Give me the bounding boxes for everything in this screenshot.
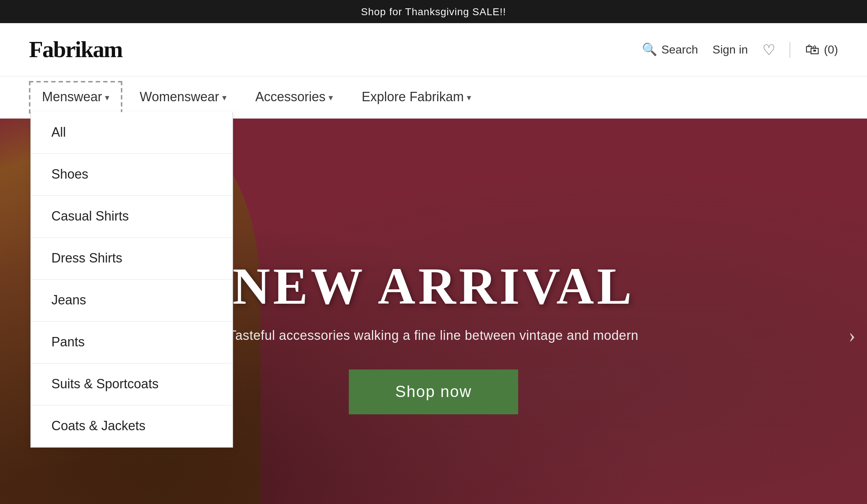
announcement-bar: Shop for Thanksgiving SALE!! xyxy=(0,0,867,23)
header-actions: 🔍 Search Sign in ♡ 🛍 (0) xyxy=(642,41,838,58)
signin-button[interactable]: Sign in xyxy=(712,43,748,56)
dropdown-item-dress-shirts[interactable]: Dress Shirts xyxy=(31,238,232,280)
womenswear-label: Womenswear xyxy=(140,90,219,105)
dropdown-item-shoes[interactable]: Shoes xyxy=(31,154,232,196)
header-divider xyxy=(790,42,791,57)
nav-item-accessories[interactable]: Accessories ▾ xyxy=(241,77,347,118)
dropdown-item-all[interactable]: All xyxy=(31,112,232,154)
menswear-chevron-icon: ▾ xyxy=(105,92,109,102)
menswear-label: Menswear xyxy=(42,90,102,105)
dropdown-item-suits[interactable]: Suits & Sportcoats xyxy=(31,364,232,406)
dropdown-item-casual-shirts[interactable]: Casual Shirts xyxy=(31,196,232,238)
announcement-text: Shop for Thanksgiving SALE!! xyxy=(361,6,506,17)
accessories-chevron-icon: ▾ xyxy=(329,92,333,102)
search-icon: 🔍 xyxy=(642,42,657,57)
navigation: Menswear ▾ All Shoes Casual Shirts Dress… xyxy=(0,77,867,119)
search-label: Search xyxy=(661,43,698,56)
shop-now-button[interactable]: Shop now xyxy=(349,370,518,414)
nav-item-explore[interactable]: Explore Fabrikam ▾ xyxy=(347,77,486,118)
nav-item-womenswear[interactable]: Womenswear ▾ xyxy=(125,77,241,118)
explore-label: Explore Fabrikam xyxy=(362,90,464,105)
search-button[interactable]: 🔍 Search xyxy=(642,42,698,57)
bag-icon: 🛍 xyxy=(805,41,820,58)
logo[interactable]: Fabrikam xyxy=(29,36,122,63)
dropdown-item-coats[interactable]: Coats & Jackets xyxy=(31,406,232,447)
menswear-dropdown: All Shoes Casual Shirts Dress Shirts Jea… xyxy=(30,112,233,448)
explore-chevron-icon: ▾ xyxy=(467,92,471,102)
carousel-next-button[interactable]: › xyxy=(849,324,855,347)
cart-count: (0) xyxy=(824,43,838,56)
cart-button[interactable]: 🛍 (0) xyxy=(805,41,838,58)
dropdown-item-jeans[interactable]: Jeans xyxy=(31,280,232,322)
hero-subtitle: Tasteful accessories walking a fine line… xyxy=(229,328,639,343)
hero-title: NEW ARRIVAL xyxy=(229,257,639,317)
dropdown-item-pants[interactable]: Pants xyxy=(31,322,232,364)
header: Fabrikam 🔍 Search Sign in ♡ 🛍 (0) xyxy=(0,23,867,77)
accessories-label: Accessories xyxy=(255,90,326,105)
wishlist-icon[interactable]: ♡ xyxy=(762,41,775,58)
hero-content: NEW ARRIVAL Tasteful accessories walking… xyxy=(200,257,668,414)
womenswear-chevron-icon: ▾ xyxy=(222,92,227,102)
nav-item-menswear[interactable]: Menswear ▾ All Shoes Casual Shirts Dress… xyxy=(29,81,122,114)
